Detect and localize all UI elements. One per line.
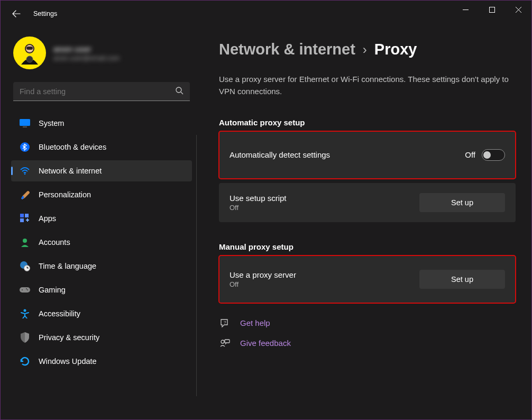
- svg-rect-9: [23, 126, 27, 127]
- sidebar-item-personalization[interactable]: Personalization: [11, 184, 192, 205]
- sidebar-item-network[interactable]: Network & internet: [11, 160, 192, 181]
- back-button[interactable]: [12, 10, 30, 18]
- profile-email: anon.user@email.com: [53, 54, 120, 62]
- svg-rect-12: [20, 214, 24, 217]
- display-icon: [20, 118, 30, 129]
- svg-rect-14: [20, 218, 24, 222]
- svg-point-5: [26, 56, 33, 62]
- chevron-right-icon: ›: [363, 42, 367, 57]
- sidebar-item-accessibility[interactable]: Accessibility: [11, 303, 192, 324]
- minimize-button[interactable]: [452, 1, 479, 19]
- card-setup-script[interactable]: Use setup script Off Set up: [219, 183, 516, 222]
- search-icon: [175, 86, 184, 97]
- nav-list: System Bluetooth & devices Network & int…: [9, 113, 194, 372]
- sidebar-item-label: Apps: [39, 214, 56, 223]
- avatar: [13, 36, 46, 69]
- sidebar-item-accounts[interactable]: Accounts: [11, 232, 192, 253]
- sidebar-item-label: Bluetooth & devices: [39, 143, 106, 151]
- svg-point-24: [24, 309, 26, 312]
- svg-point-26: [221, 340, 224, 343]
- setup-script-state: Off: [230, 204, 287, 212]
- sidebar-item-label: Accounts: [39, 238, 70, 246]
- window-title: Settings: [33, 10, 57, 17]
- shield-icon: [20, 332, 30, 343]
- svg-point-6: [176, 87, 181, 93]
- card-proxy-server[interactable]: Use a proxy server Off Set up: [219, 255, 516, 303]
- sidebar-item-privacy[interactable]: Privacy & security: [11, 327, 192, 348]
- auto-detect-state: Off: [465, 150, 475, 159]
- setup-script-button[interactable]: Set up: [419, 193, 505, 212]
- proxy-server-label: Use a proxy server: [230, 270, 296, 279]
- accessibility-icon: [20, 308, 30, 319]
- get-help-link[interactable]: ? Get help: [219, 318, 516, 328]
- sidebar-item-gaming[interactable]: Gaming: [11, 279, 192, 300]
- sidebar-item-update[interactable]: Windows Update: [11, 351, 192, 372]
- maximize-button[interactable]: [479, 1, 505, 19]
- svg-rect-16: [27, 218, 28, 222]
- svg-point-17: [23, 239, 27, 243]
- sidebar-item-label: Gaming: [39, 286, 66, 294]
- sidebar-item-label: Windows Update: [39, 357, 97, 366]
- sidebar-item-label: Personalization: [39, 190, 91, 199]
- sidebar-item-system[interactable]: System: [11, 113, 192, 134]
- breadcrumb-parent[interactable]: Network & internet: [219, 41, 355, 58]
- section-manual-label: Manual proxy setup: [219, 242, 516, 251]
- auto-detect-label: Automatically detect settings: [230, 150, 330, 159]
- close-icon: [516, 7, 521, 13]
- proxy-server-state: Off: [230, 280, 296, 288]
- help-icon: ?: [219, 318, 231, 328]
- content-pane: Network & internet › Proxy Use a proxy s…: [196, 27, 531, 419]
- window-controls: [452, 1, 531, 19]
- svg-rect-4: [26, 47, 33, 50]
- setup-script-label: Use setup script: [230, 194, 287, 203]
- sidebar-item-label: Accessibility: [39, 309, 80, 318]
- svg-point-11: [24, 174, 26, 175]
- sidebar-item-apps[interactable]: Apps: [11, 208, 192, 229]
- back-arrow-icon: [12, 10, 21, 18]
- svg-point-21: [22, 289, 23, 290]
- sidebar: anon user anon.user@email.com System B: [1, 27, 196, 419]
- page-description: Use a proxy server for Ethernet or Wi-Fi…: [219, 73, 515, 98]
- sidebar-item-label: System: [39, 119, 64, 127]
- svg-text:?: ?: [224, 319, 226, 324]
- auto-detect-toggle[interactable]: [482, 149, 505, 161]
- svg-rect-8: [20, 119, 30, 126]
- feedback-icon: [219, 338, 231, 349]
- get-help-label: Get help: [240, 318, 270, 327]
- breadcrumb: Network & internet › Proxy: [219, 41, 516, 58]
- svg-rect-27: [225, 340, 230, 343]
- minimize-icon: [463, 7, 469, 13]
- proxy-server-button[interactable]: Set up: [419, 270, 505, 289]
- feedback-link[interactable]: Give feedback: [219, 338, 516, 349]
- person-icon: [20, 237, 30, 248]
- svg-point-10: [20, 142, 30, 152]
- gamepad-icon: [20, 285, 30, 295]
- svg-rect-20: [20, 287, 30, 293]
- svg-point-22: [27, 289, 28, 290]
- svg-rect-13: [25, 214, 29, 217]
- sidebar-item-label: Time & language: [39, 262, 96, 270]
- svg-point-23: [26, 288, 27, 289]
- bluetooth-icon: [20, 142, 30, 152]
- apps-icon: [20, 213, 30, 224]
- search-box[interactable]: [13, 82, 190, 101]
- profile-name: anon user: [53, 44, 120, 53]
- clock-globe-icon: [20, 261, 30, 271]
- breadcrumb-current: Proxy: [374, 41, 417, 58]
- paintbrush-icon: [20, 189, 30, 200]
- update-icon: [20, 356, 30, 367]
- profile-card[interactable]: anon user anon.user@email.com: [9, 27, 194, 82]
- sidebar-item-label: Privacy & security: [39, 333, 99, 342]
- sidebar-item-bluetooth[interactable]: Bluetooth & devices: [11, 136, 192, 158]
- section-auto-label: Automatic proxy setup: [219, 118, 516, 127]
- card-auto-detect[interactable]: Automatically detect settings Off: [219, 131, 516, 179]
- maximize-icon: [489, 7, 495, 13]
- close-button[interactable]: [505, 1, 531, 19]
- wifi-icon: [20, 166, 30, 176]
- sidebar-item-time[interactable]: Time & language: [11, 255, 192, 277]
- sidebar-item-label: Network & internet: [39, 167, 102, 175]
- feedback-label: Give feedback: [240, 339, 291, 348]
- svg-rect-0: [489, 7, 494, 12]
- search-input[interactable]: [20, 87, 175, 96]
